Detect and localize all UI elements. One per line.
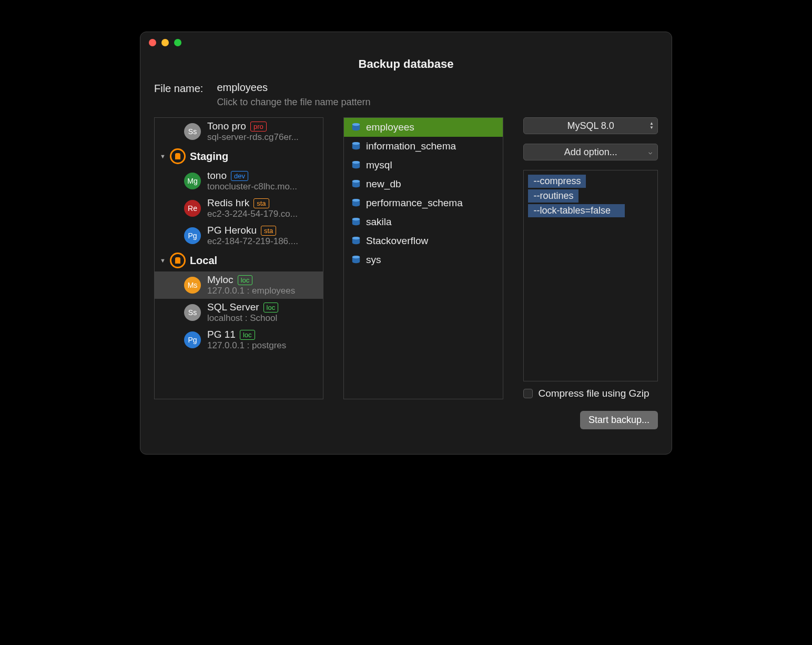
options-panel: MySQL 8.0 ▲▼ Add option... ⌵ --compress-… <box>523 117 658 399</box>
connection-host: tonocluster-c8lhc.mo... <box>207 182 317 192</box>
database-item[interactable]: information_schema <box>344 137 503 156</box>
svg-point-9 <box>352 199 360 201</box>
connection-badge-icon: Pg <box>184 227 201 244</box>
connection-badge-icon: Ss <box>184 123 201 140</box>
databases-panel: employees information_schema mysql new_d… <box>343 117 503 399</box>
connection-badge-icon: Ss <box>184 304 201 321</box>
connection-badge-icon: Ms <box>184 277 201 294</box>
database-icon <box>351 198 361 208</box>
connection-badge-icon: Mg <box>184 173 201 189</box>
checkbox-icon <box>523 389 533 398</box>
option-chip[interactable]: --lock-tables=false <box>528 204 625 217</box>
env-tag: loc <box>238 275 253 285</box>
connection-name: SQL Server <box>207 301 259 313</box>
connection-item[interactable]: Ss SQL Server loc localhost : School <box>155 299 323 326</box>
option-chip[interactable]: --compress <box>528 175 586 188</box>
backup-dialog: Backup database File name: employees Cli… <box>140 32 672 455</box>
database-name: employees <box>366 122 414 133</box>
dialog-title: Backup database <box>140 57 672 71</box>
database-icon <box>351 217 361 227</box>
database-item[interactable]: sys <box>344 250 503 269</box>
database-name: new_db <box>366 178 401 190</box>
group-label: Local <box>190 255 217 267</box>
connection-item[interactable]: Mg tono dev tonocluster-c8lhc.mo... <box>155 167 323 195</box>
connection-name: PG Heroku <box>207 225 257 236</box>
titlebar <box>140 32 672 53</box>
env-tag: dev <box>231 171 248 181</box>
filename-label: File name: <box>154 82 203 108</box>
connection-name: Redis hrk <box>207 197 249 209</box>
connection-badge-icon: Re <box>184 200 201 217</box>
database-icon <box>351 160 361 170</box>
group-label: Staging <box>190 150 228 163</box>
svg-point-13 <box>352 237 360 239</box>
gzip-checkbox-row[interactable]: Compress file using Gzip <box>523 388 658 399</box>
connection-host: ec2-184-72-219-186.... <box>207 236 317 247</box>
svg-point-11 <box>352 218 360 220</box>
database-name: mysql <box>366 159 392 171</box>
connection-group-header[interactable]: ▼ Staging <box>155 145 323 167</box>
database-item[interactable]: Stackoverflow <box>344 231 503 250</box>
connection-name: Tono pro <box>207 120 246 132</box>
database-item[interactable]: new_db <box>344 175 503 194</box>
database-icon <box>351 123 361 132</box>
maximize-icon[interactable] <box>174 39 181 46</box>
chevron-down-icon: ⌵ <box>648 148 652 156</box>
database-item[interactable]: sakila <box>344 213 503 231</box>
options-list: --compress--routines--lock-tables=false <box>523 170 658 381</box>
connection-item[interactable]: Ms Myloc loc 127.0.0.1 : employees <box>155 271 323 299</box>
connection-item[interactable]: Ss Tono pro pro sql-server-rds.cg76er... <box>155 118 323 145</box>
gzip-label: Compress file using Gzip <box>538 388 649 399</box>
minimize-icon[interactable] <box>161 39 169 46</box>
connection-item[interactable]: Re Redis hrk sta ec2-3-224-54-179.co... <box>155 195 323 222</box>
database-item[interactable]: mysql <box>344 156 503 175</box>
plug-icon <box>170 148 186 164</box>
database-item[interactable]: employees <box>344 118 503 137</box>
connection-name: PG 11 <box>207 329 236 340</box>
svg-point-3 <box>352 142 360 145</box>
filename-row: File name: employees Click to change the… <box>154 82 658 108</box>
traffic-lights <box>149 39 181 46</box>
env-tag: sta <box>261 226 276 236</box>
chevron-down-icon: ▼ <box>160 257 166 264</box>
database-item[interactable]: performance_schema <box>344 194 503 213</box>
plug-icon <box>170 253 186 268</box>
dialog-content: File name: employees Click to change the… <box>140 82 672 454</box>
close-icon[interactable] <box>149 39 156 46</box>
connection-badge-icon: Pg <box>184 331 201 348</box>
svg-point-7 <box>352 180 360 183</box>
env-tag: pro <box>250 122 267 132</box>
connection-item[interactable]: Pg PG 11 loc 127.0.0.1 : postgres <box>155 326 323 354</box>
database-name: sys <box>366 254 381 266</box>
connection-host: 127.0.0.1 : postgres <box>207 340 317 351</box>
database-icon <box>351 142 361 151</box>
env-tag: loc <box>240 330 255 340</box>
filename-value[interactable]: employees <box>217 82 370 94</box>
option-chip[interactable]: --routines <box>528 189 578 203</box>
add-option-select[interactable]: Add option... ⌵ <box>523 144 658 160</box>
connection-name: Myloc <box>207 274 234 286</box>
connection-host: localhost : School <box>207 313 317 324</box>
env-tag: loc <box>263 303 279 313</box>
mysql-version-select[interactable]: MySQL 8.0 ▲▼ <box>523 117 658 134</box>
connection-host: 127.0.0.1 : employees <box>207 286 317 296</box>
connection-group-header[interactable]: ▼ Local <box>155 249 323 271</box>
connections-panel: Ss Tono pro pro sql-server-rds.cg76er...… <box>154 117 323 399</box>
database-name: information_schema <box>366 140 456 152</box>
svg-point-5 <box>352 161 360 164</box>
database-icon <box>351 236 361 246</box>
svg-point-15 <box>352 256 360 258</box>
filename-hint[interactable]: Click to change the file name pattern <box>217 97 370 108</box>
connection-item[interactable]: Pg PG Heroku sta ec2-184-72-219-186.... <box>155 222 323 249</box>
database-name: Stackoverflow <box>366 235 428 247</box>
stepper-icon: ▲▼ <box>649 122 654 130</box>
database-icon <box>351 255 361 265</box>
connection-host: sql-server-rds.cg76er... <box>207 132 317 143</box>
database-icon <box>351 179 361 189</box>
chevron-down-icon: ▼ <box>160 153 166 159</box>
database-name: performance_schema <box>366 197 463 209</box>
env-tag: sta <box>253 198 269 208</box>
connection-host: ec2-3-224-54-179.co... <box>207 209 317 219</box>
start-backup-button[interactable]: Start backup... <box>580 411 658 429</box>
connection-name: tono <box>207 170 227 182</box>
